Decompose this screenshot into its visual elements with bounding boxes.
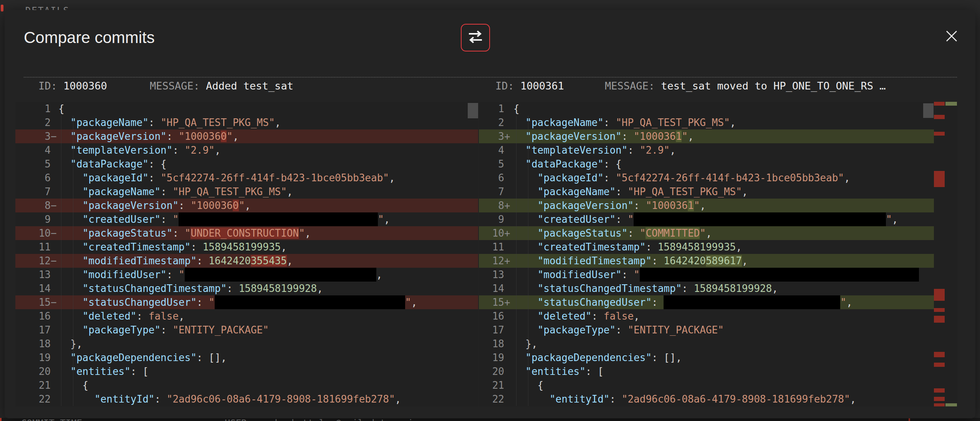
line-number: 1 — [15, 102, 51, 116]
right-commit-message: MESSAGE: test_sat moved to HP_ONE_TO_ONE… — [605, 80, 886, 92]
code-line: 17 "packageType": "ENTITY_PACKAGE" — [479, 323, 934, 337]
diff-sign — [504, 309, 513, 323]
line-number: 10 — [479, 226, 504, 240]
right-editor-scrollbar-thumb[interactable] — [923, 103, 934, 118]
ruler-red-mark — [934, 115, 945, 119]
line-number: 8 — [479, 199, 504, 212]
diff-sign: + — [504, 129, 513, 143]
line-number: 14 — [479, 282, 504, 295]
redaction-box — [185, 268, 376, 282]
line-number: 11 — [479, 240, 504, 254]
left-diff-editor[interactable]: 1{2 "packageName": "HP_QA_TEST_PKG_MS",3… — [15, 102, 478, 406]
line-number: 19 — [479, 351, 504, 365]
code-line: 14 "statusChangedTimestamp": 15894581999… — [479, 282, 934, 295]
redaction-box — [215, 295, 405, 309]
code-line: 17 "packageType": "ENTITY_PACKAGE" — [15, 323, 478, 337]
diff-sign — [51, 323, 58, 337]
dialog-title: Compare commits — [24, 28, 155, 47]
code-line: 12− "modifiedTimestamp": 1642420355435, — [15, 254, 478, 268]
left-commit-message: MESSAGE: Added test_sat — [150, 80, 293, 92]
right-diff-editor[interactable]: 1{2 "packageName": "HP_QA_TEST_PKG_MS",3… — [479, 102, 958, 406]
indent-guide — [516, 116, 516, 406]
left-editor-scrollbar-thumb[interactable] — [468, 103, 478, 118]
diff-sign — [504, 116, 513, 129]
ruler-red-mark — [934, 102, 945, 106]
line-number: 16 — [479, 309, 504, 323]
code-line: 22 "entityId": "2ad96c06-08a6-4179-8908-… — [15, 392, 478, 406]
ruler-red-mark — [934, 316, 945, 323]
code-line: 8− "packageVersion": "1000360", — [15, 199, 478, 212]
line-number: 15 — [15, 295, 51, 309]
redaction-box — [640, 268, 919, 282]
diff-sign — [51, 282, 58, 295]
line-number: 5 — [479, 157, 504, 171]
diff-sign — [51, 337, 58, 351]
header-divider — [24, 77, 957, 78]
diff-sign — [504, 392, 513, 406]
code-line: 8+ "packageVersion": "1000361", — [479, 199, 934, 212]
code-line: 6 "packageId": "5cf42274-26ff-414f-b423-… — [479, 171, 934, 185]
close-dialog-button[interactable] — [941, 26, 962, 48]
code-line: 2 "packageName": "HP_QA_TEST_PKG_MS", — [479, 116, 934, 129]
code-line: 11 "createdTimestamp": 1589458199935, — [479, 240, 934, 254]
line-number: 6 — [15, 171, 51, 185]
ruler-green-mark — [945, 403, 957, 406]
compare-commits-dialog: Compare commits ID: 1000 — [5, 10, 975, 418]
line-number: 1 — [479, 102, 504, 116]
diff-sign — [51, 365, 58, 378]
line-number: 20 — [479, 365, 504, 378]
diff-sign — [51, 351, 58, 365]
line-number: 11 — [15, 240, 51, 254]
redaction-box — [634, 212, 886, 226]
line-number: 12 — [15, 254, 51, 268]
line-number: 3 — [479, 129, 504, 143]
diff-sign: − — [51, 295, 58, 309]
footer-red-sliver-left — [0, 418, 2, 421]
line-number: 18 — [479, 337, 504, 351]
code-line: 18 }, — [15, 337, 478, 351]
code-line: 9 "createdUser": "", — [15, 212, 478, 226]
footer-red-sliver-right — [909, 418, 910, 421]
commit-time-label: COMMIT TIME: — [21, 418, 88, 421]
line-number: 21 — [479, 378, 504, 392]
diff-sign — [504, 157, 513, 171]
code-line: 21 { — [479, 378, 934, 392]
code-line: 1{ — [479, 102, 934, 116]
diff-sign — [504, 212, 513, 226]
diff-sign — [504, 102, 513, 116]
diff-overview-ruler — [934, 102, 958, 406]
diff-sign — [51, 309, 58, 323]
code-line: 13 "modifiedUser": " — [479, 268, 934, 282]
diff-sign: + — [504, 226, 513, 240]
ruler-red-mark — [934, 397, 945, 401]
code-line: 4 "templateVersion": "2.9", — [15, 143, 478, 157]
line-number: 14 — [15, 282, 51, 295]
diff-sign: − — [51, 199, 58, 212]
diff-sign — [51, 268, 58, 282]
ruler-green-mark — [945, 102, 957, 106]
line-number: 17 — [15, 323, 51, 337]
code-line: 10+ "packageStatus": "COMMITTED", — [479, 226, 934, 240]
diff-sign — [51, 185, 58, 199]
ruler-red-mark — [934, 388, 945, 393]
indent-guide — [73, 116, 73, 406]
diff-sign: − — [51, 254, 58, 268]
ruler-red-mark — [934, 308, 945, 312]
diff-sign: − — [51, 226, 58, 240]
ruler-red-mark — [934, 363, 945, 367]
line-number: 18 — [15, 337, 51, 351]
left-commit-id: ID: 1000360 — [38, 80, 107, 92]
code-line: 15− "statusChangedUser": "", — [15, 295, 478, 309]
diff-sign — [51, 157, 58, 171]
line-number: 10 — [15, 226, 51, 240]
commit-headers: ID: 1000360 MESSAGE: Added test_sat ID: … — [5, 80, 975, 95]
line-number: 17 — [479, 323, 504, 337]
code-line: 5 "dataPackage": { — [15, 157, 478, 171]
line-number: 7 — [15, 185, 51, 199]
ruler-red-mark — [934, 403, 945, 406]
line-number: 15 — [479, 295, 504, 309]
ruler-red-mark — [934, 132, 945, 136]
line-number: 22 — [15, 392, 51, 406]
swap-commits-button[interactable] — [461, 24, 490, 51]
code-line: 21 { — [15, 378, 478, 392]
